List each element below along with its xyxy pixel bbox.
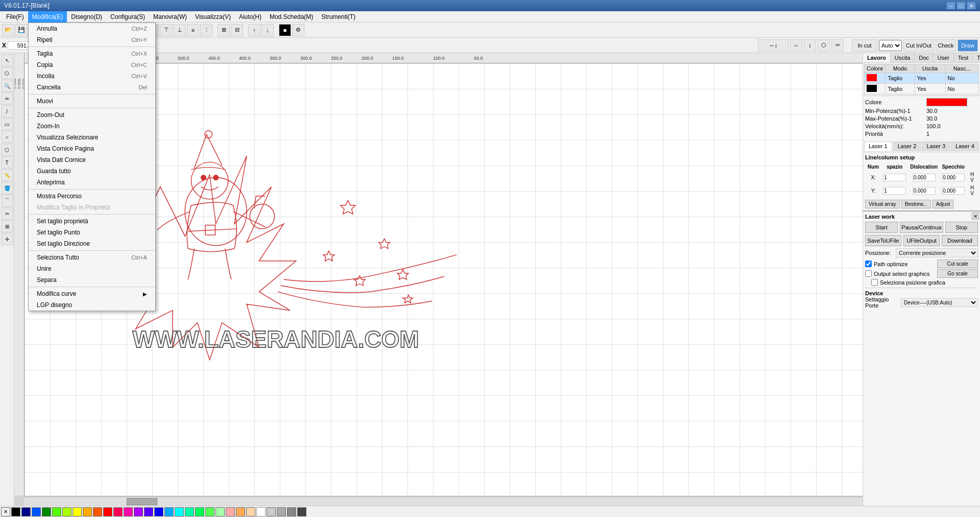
bestrew-button[interactable]: Bestrew...: [901, 200, 931, 208]
menu-incolla[interactable]: Incolla Ctrl+V: [29, 70, 155, 82]
color-brightblue[interactable]: [154, 507, 163, 516]
color-white[interactable]: [256, 507, 266, 516]
transform-button[interactable]: ↔↕: [758, 39, 788, 52]
cut-tool[interactable]: ✂: [1, 207, 13, 220]
cut-in-out-button[interactable]: Cut In/Out: [903, 39, 934, 52]
color-peach[interactable]: [236, 507, 245, 516]
download-button[interactable]: Download: [942, 235, 978, 246]
close-button[interactable]: ✕: [967, 2, 976, 10]
menu-copia[interactable]: Copia Ctrl+C: [29, 59, 155, 70]
laser-settings-button[interactable]: ⚙: [292, 24, 304, 36]
mirror-h-button[interactable]: ↔: [790, 39, 802, 52]
window-controls[interactable]: – □ ✕: [946, 2, 976, 10]
ufile-output-button[interactable]: UFileOutput: [903, 235, 940, 246]
color-pink[interactable]: [124, 507, 133, 516]
node-tool[interactable]: ⬡: [1, 67, 13, 79]
color-darkgreen[interactable]: [42, 507, 51, 516]
color-darkblue[interactable]: [21, 507, 31, 516]
tab-user[interactable]: User: [934, 53, 954, 62]
tab-trasforma[interactable]: Trasforma: [973, 53, 980, 62]
save-to-ufile-button[interactable]: SaveToUFile: [865, 235, 901, 246]
in-cut-button[interactable]: In cut: [852, 39, 877, 52]
color-lightmint[interactable]: [216, 507, 225, 516]
color-blue[interactable]: [32, 507, 41, 516]
menu-annulla[interactable]: Annulla Ctrl+Z: [29, 23, 155, 34]
horizontal-scrollbar[interactable]: [25, 497, 863, 506]
menu-set-taglio-punto[interactable]: Set taglio Punto: [29, 227, 155, 238]
setup-y-space[interactable]: [913, 187, 936, 195]
color-cyan[interactable]: [175, 507, 184, 516]
menu-strumenti[interactable]: Strumenti(T): [317, 11, 360, 22]
color-purple[interactable]: [134, 507, 143, 516]
align-top-button[interactable]: ⊤: [160, 24, 173, 36]
menu-aiuto[interactable]: Aiuto(H): [235, 11, 266, 22]
prop-color-value[interactable]: [926, 98, 967, 106]
menu-set-taglio-prop[interactable]: Set taglio proprietà: [29, 216, 155, 227]
zoom-tool[interactable]: 🔍: [1, 80, 13, 92]
pause-button[interactable]: Pausa/Continua: [900, 222, 943, 233]
rect-tool[interactable]: ▭: [1, 118, 13, 130]
draw-button[interactable]: Draw: [958, 39, 978, 52]
color-gray[interactable]: [277, 507, 286, 516]
laser-tab-3[interactable]: Laser 3: [922, 142, 950, 151]
color-springgreen[interactable]: [195, 507, 204, 516]
menu-disegno[interactable]: Disegno(D): [67, 11, 106, 22]
stop-button[interactable]: Stop: [945, 222, 978, 233]
color-lightgreen[interactable]: [52, 507, 61, 516]
tab-lavoro[interactable]: Lavoro: [863, 53, 891, 62]
adjust-button[interactable]: Adjust: [933, 200, 954, 208]
laser-tab-4[interactable]: Laser 4: [951, 142, 979, 151]
cut-arrange-button[interactable]: ✂: [831, 39, 844, 52]
output-select-checkbox[interactable]: [865, 270, 872, 277]
menu-muovi[interactable]: Muovi: [29, 96, 155, 107]
menu-zoom-in[interactable]: Zoom-In: [29, 121, 155, 132]
color-x-button[interactable]: ✕: [1, 507, 10, 516]
line-tool[interactable]: /: [1, 105, 13, 118]
menu-set-taglio-dir[interactable]: Set taglio Direzione: [29, 238, 155, 249]
menu-vista-dati[interactable]: Vista Dati Cornice: [29, 154, 155, 166]
menu-guarda-tutto[interactable]: Guarda tutto: [29, 166, 155, 177]
align-bottom-button[interactable]: ⊥: [174, 24, 186, 36]
menu-ripeti[interactable]: Ripeti Ctrl+Y: [29, 34, 155, 45]
color-yellow[interactable]: [73, 507, 82, 516]
layer-row-red[interactable]: Taglio Yes No: [865, 73, 979, 84]
menu-unire[interactable]: Unire: [29, 263, 155, 274]
laser-work-close[interactable]: ✕: [972, 213, 979, 220]
group-button[interactable]: ⊞: [218, 24, 230, 36]
polygon-tool[interactable]: ⬡: [1, 144, 13, 156]
setup-x-num[interactable]: [883, 174, 906, 181]
color-red[interactable]: [103, 507, 112, 516]
tab-doc[interactable]: Doc: [915, 53, 934, 62]
menu-taglia[interactable]: Taglia Ctrl+X: [29, 48, 155, 59]
menu-visualizza[interactable]: Visualizza(V): [191, 11, 235, 22]
bezier-tool[interactable]: ⌒: [1, 195, 13, 207]
color-midgray[interactable]: [287, 507, 296, 516]
menu-lgp-disegno[interactable]: LGP disegno: [29, 299, 155, 311]
fill-tool[interactable]: 🪣: [1, 182, 13, 194]
color-black[interactable]: [11, 507, 20, 516]
menu-cancella[interactable]: Cancella Del: [29, 82, 155, 93]
menu-vis-sel[interactable]: Visualizza Selezionare: [29, 132, 155, 143]
pen-tool[interactable]: ✏: [1, 92, 13, 105]
minimize-button[interactable]: –: [946, 2, 955, 10]
import-button[interactable]: ↑: [248, 24, 260, 36]
path-optimize-checkbox[interactable]: [865, 261, 872, 267]
cut-scale-button[interactable]: Cut scale: [937, 260, 978, 268]
maximize-button[interactable]: □: [957, 2, 966, 10]
menu-zoom-out[interactable]: Zoom-Out: [29, 109, 155, 121]
color-orange[interactable]: [83, 507, 92, 516]
measure-tool[interactable]: 📏: [1, 169, 13, 181]
tab-test[interactable]: Test: [954, 53, 973, 62]
menu-configura[interactable]: Configura(S): [106, 11, 149, 22]
pos-select[interactable]: Corrente posizione: [896, 248, 978, 257]
color-rose[interactable]: [113, 507, 123, 516]
menu-manovra[interactable]: Manovra(W): [149, 11, 191, 22]
menu-vista-cornice[interactable]: Vista Cornice Pagina: [29, 143, 155, 154]
color-salmon[interactable]: [226, 507, 235, 516]
color-lightgray[interactable]: [267, 507, 276, 516]
menu-modscheda[interactable]: Mod.Scheda(M): [266, 11, 317, 22]
scroll-thumb-h[interactable]: [127, 498, 157, 505]
ungroup-button[interactable]: ⊟: [231, 24, 243, 36]
select-pos-checkbox[interactable]: [871, 279, 878, 286]
color-violet[interactable]: [144, 507, 153, 516]
